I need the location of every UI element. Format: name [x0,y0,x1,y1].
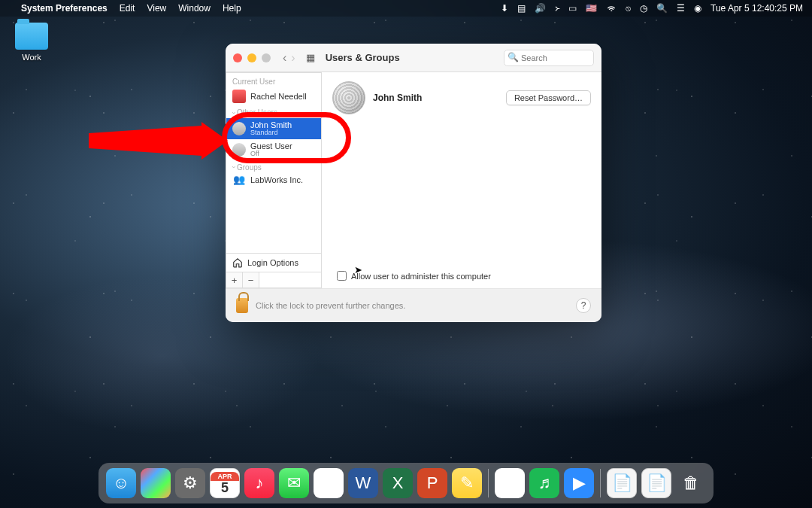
group-icon: 👥 [232,175,246,184]
menubar: System Preferences Edit View Window Help… [0,0,812,17]
menu-help[interactable]: Help [223,3,241,14]
dock-settings-icon[interactable]: ⚙ [175,468,205,498]
desktop-folder-work[interactable]: Work [8,23,56,62]
sidebar-item-role: Standard [250,129,292,137]
dock-spotify-icon[interactable]: ♬ [529,468,559,498]
dock-powerpoint-icon[interactable]: P [417,468,447,498]
dock-slack-icon[interactable]: ⁂ [495,468,525,498]
search-icon: 🔍 [508,52,519,62]
menu-view[interactable]: View [147,3,166,14]
clock-icon[interactable]: ◷ [640,3,647,14]
backup-icon[interactable]: ▤ [517,3,526,14]
menubar-datetime[interactable]: Tue Apr 5 12:40:25 PM [710,3,803,14]
window-footer: Click the lock to prevent further change… [226,288,601,322]
svg-marker-0 [89,122,228,160]
folder-icon [15,23,48,50]
desktop-folder-label: Work [8,53,56,62]
dock-notes-icon[interactable]: ✎ [452,468,482,498]
home-icon [232,257,243,268]
lock-icon[interactable] [236,298,248,313]
sidebar-item-current-user[interactable]: Rachel Needell [226,87,321,105]
users-groups-window: ‹ › ▦ Users & Groups 🔍 Current User Rach… [226,44,601,322]
close-button[interactable] [233,53,242,62]
avatar-icon [232,143,246,157]
login-options[interactable]: Login Options [226,253,321,272]
control-center-icon[interactable]: ☰ [677,3,685,14]
reset-password-button[interactable]: Reset Password… [506,90,591,105]
sidebar-item-role: Off [250,151,292,158]
window-titlebar[interactable]: ‹ › ▦ Users & Groups 🔍 [226,44,601,72]
sidebar-label-current: Current User [226,73,321,87]
dock-document-icon[interactable]: 📄 [607,468,637,498]
admin-checkbox[interactable] [337,271,347,281]
login-options-label: Login Options [247,258,298,267]
back-button[interactable]: ‹ [283,51,286,65]
help-button[interactable]: ? [576,298,591,313]
menu-edit[interactable]: Edit [120,3,135,14]
avatar-icon [232,90,246,103]
battery-icon[interactable]: ▭ [568,3,577,14]
lock-hint-text: Click the lock to prevent further change… [256,301,405,310]
window-title: Users & Groups [326,52,400,63]
sidebar-item-guest-user[interactable]: Guest User Off [226,139,321,160]
sidebar-item-john-smith[interactable]: John Smith Standard [226,118,321,139]
app-menu[interactable]: System Preferences [21,3,108,14]
admin-checkbox-label: Allow user to administer this computer [351,272,491,281]
user-icon[interactable]: ⍉ [626,3,631,14]
traffic-lights [233,53,271,62]
dock-zoom-icon[interactable]: ▶ [564,468,594,498]
wifi-icon[interactable] [606,3,617,14]
spotlight-icon[interactable]: 🔍 [656,3,668,14]
dock-trash-icon[interactable]: 🗑 [676,468,706,498]
sidebar-item-label: LabWorks Inc. [250,175,303,184]
dock-launchpad-icon[interactable] [141,468,171,498]
user-avatar[interactable] [332,81,365,114]
volume-icon[interactable]: 🔊 [535,3,546,14]
dock-word-icon[interactable]: W [348,468,378,498]
dock-finder-icon[interactable]: ☺ [106,468,136,498]
forward-button[interactable]: › [291,51,295,65]
dock-chrome-icon[interactable]: ◉ [314,468,344,498]
user-detail-pane: John Smith Reset Password… Allow user to… [322,72,601,288]
dock-document-icon[interactable]: 📄 [641,468,671,498]
flag-icon[interactable]: 🇺🇸 [586,3,597,14]
menu-window[interactable]: Window [178,3,211,14]
sidebar-item-label: Rachel Needell [250,92,307,101]
users-sidebar: Current User Rachel Needell Other Users … [226,72,322,288]
sidebar-label-other[interactable]: Other Users [226,105,321,118]
dock-excel-icon[interactable]: X [383,468,413,498]
annotation-arrow-icon [89,122,228,160]
dock-separator [488,469,489,497]
avatar-icon [232,122,246,135]
dropbox-icon[interactable]: ⬇ [501,3,508,14]
siri-icon[interactable]: ◉ [694,3,701,14]
bluetooth-icon[interactable]: ᚛ [555,3,559,14]
dock: ☺ ⚙ APR5 ♪ ✉ ◉ W X P ✎ ⁂ ♬ ▶ 📄 📄 🗑 [98,463,714,503]
user-name: John Smith [373,93,422,103]
dock-calendar-icon[interactable]: APR5 [210,468,240,498]
dock-music-icon[interactable]: ♪ [244,468,274,498]
show-all-icon[interactable]: ▦ [306,52,315,63]
zoom-button[interactable] [262,53,271,62]
minimize-button[interactable] [247,53,256,62]
sidebar-label-groups[interactable]: Groups [226,160,321,173]
dock-separator [600,469,601,497]
sidebar-item-group-labworks[interactable]: 👥 LabWorks Inc. [226,173,321,187]
remove-user-button[interactable]: − [243,272,259,287]
dock-messages-icon[interactable]: ✉ [279,468,309,498]
add-user-button[interactable]: + [226,272,243,287]
